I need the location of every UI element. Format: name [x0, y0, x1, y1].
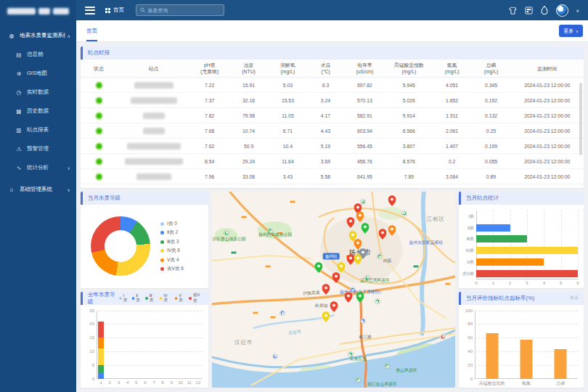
station-name-cell: [117, 139, 190, 154]
value-cell: 1.911: [433, 108, 472, 123]
main-area: 首页 ∨ 首页 更多 ∨: [76, 0, 588, 392]
table-row[interactable]: 7.2215.915.036.3597.825.9454.0510.345202…: [81, 78, 584, 93]
value-cell: 2024-01-23 12:00:00: [510, 93, 584, 108]
sidebar-item-label: 统计分析: [27, 164, 65, 171]
station-pin-green[interactable]: [362, 223, 369, 237]
legend-label: Ⅱ类: [136, 293, 142, 303]
y-tick-label: 5: [92, 363, 94, 367]
y-tick-label: 20: [89, 322, 94, 326]
sidebar-item-信息舱[interactable]: ▤信息舱: [0, 45, 76, 64]
road-badge: [269, 315, 276, 319]
stacked-bar-month-1: [98, 311, 104, 380]
station-pin-orange[interactable]: [388, 225, 396, 239]
legend-item[interactable]: 劣Ⅴ类 6: [160, 266, 184, 272]
legend-item[interactable]: Ⅰ类: [119, 293, 128, 304]
legend-item[interactable]: 劣Ⅴ类: [189, 293, 203, 304]
tab-home[interactable]: 首页: [86, 20, 97, 41]
value-cell: 0.055: [472, 154, 511, 169]
value-cell: 1.852: [433, 93, 472, 108]
y-category-label: 劣Ⅴ类: [462, 270, 474, 277]
history-icon: ▦: [15, 108, 23, 115]
legend-item[interactable]: Ⅳ类: [160, 293, 171, 304]
sidebar-group-1[interactable]: ⌂基础管理系统∨: [0, 180, 76, 199]
table-row[interactable]: 7.6250.910.45.19556.453.8071.4070.199202…: [81, 139, 584, 154]
sidebar-group-0[interactable]: ◍地表水质量监测系统∧: [0, 26, 76, 45]
table-row[interactable]: 8.5429.2411.643.69456.768.5760.20.055202…: [81, 154, 584, 169]
avatar-chevron-down-icon[interactable]: ∨: [576, 8, 579, 13]
table-row[interactable]: 7.9633.083.435.58641.957.893.0640.892024…: [81, 169, 584, 184]
legend-item[interactable]: Ⅳ类 6: [160, 248, 184, 254]
fullscreen-icon[interactable]: [525, 7, 533, 15]
legend-label: 劣Ⅴ类: [193, 293, 203, 304]
value-cell: 10.4: [269, 139, 308, 154]
value-cell: 7.89: [385, 169, 433, 184]
sidebar-item-历史数据[interactable]: ▦历史数据: [0, 102, 76, 121]
map-poi-marker: [224, 230, 229, 235]
station-pin-yellow[interactable]: [354, 254, 362, 268]
search-icon: [140, 7, 145, 13]
col-header-7: 高锰酸盐指数(mg/L): [385, 60, 433, 78]
sidebar-item-预警管理[interactable]: ⚠预警管理: [0, 139, 76, 158]
search-input[interactable]: [147, 8, 220, 13]
map-icon: ⊕: [15, 70, 23, 77]
station-pin-red[interactable]: [388, 195, 396, 209]
status-dot: [95, 112, 103, 120]
legend-item[interactable]: Ⅴ类: [175, 293, 186, 304]
value-cell: 7.37: [190, 93, 229, 108]
station-pin-green[interactable]: [356, 292, 364, 306]
user-avatar[interactable]: [556, 4, 568, 17]
value-cell: 1.407: [433, 139, 472, 154]
station-pin-red[interactable]: [330, 301, 338, 315]
topbar-actions: ∨: [509, 4, 588, 17]
logo-blur-block: [38, 8, 50, 15]
x-tick-label: 4: [543, 281, 545, 285]
station-map[interactable]: 扬州市江都区仪征市扬州站何园运河三湾风景区扬州大学(扬子津校区)沪陕高速扬州西郊…: [212, 192, 455, 388]
more-button[interactable]: 更多 ∨: [559, 25, 583, 37]
sidebar-item-站点报表[interactable]: ▥站点报表: [0, 121, 76, 139]
y-tick-label: 60: [467, 335, 473, 340]
sidebar-group-label: 地表水质量监测系统: [20, 32, 65, 39]
table-header: 状态站点pH值(无量纲)浊度(NTU)溶解氧(mg/L)水温(℃)电导率(uS/…: [81, 60, 584, 78]
hamburger-menu-icon[interactable]: [85, 4, 95, 16]
sidebar-item-GIS地图[interactable]: ⊕GIS地图: [0, 64, 76, 83]
monthly-station-stats-panel: 当月站点统计 0123456Ⅰ类Ⅱ类Ⅲ类Ⅳ类Ⅴ类劣Ⅴ类: [459, 192, 584, 288]
station-pin-red[interactable]: [344, 292, 352, 306]
menu-search[interactable]: [136, 4, 224, 16]
station-pin-red[interactable]: [322, 284, 330, 298]
table-scrollbar[interactable]: [579, 83, 582, 155]
grid-icon: [105, 8, 110, 13]
value-cell: 4.051: [433, 78, 472, 93]
topbar-home-link[interactable]: 首页: [105, 7, 124, 14]
table-row[interactable]: 7.8279.9811.054.17582.919.9141.9110.1322…: [81, 108, 584, 123]
station-report-table: 状态站点pH值(无量纲)浊度(NTU)溶解氧(mg/L)水温(℃)电导率(uS/…: [81, 60, 584, 184]
sidebar-item-统计分析[interactable]: ∿统计分析∨: [0, 158, 76, 177]
legend-item[interactable]: Ⅲ类: [145, 293, 156, 304]
station-pin-red[interactable]: [378, 229, 386, 242]
table-row[interactable]: 7.3732.1615.533.24570.135.0261.8520.1922…: [81, 93, 584, 108]
panel-more-link[interactable]: 更多: [570, 295, 579, 301]
station-name-cell: [117, 123, 190, 139]
theme-shirt-icon[interactable]: [509, 7, 517, 15]
station-pin-green[interactable]: [315, 262, 323, 276]
legend-item[interactable]: Ⅰ类 0: [160, 221, 184, 227]
legend-item[interactable]: Ⅲ类 3: [160, 239, 184, 245]
home-label: 首页: [113, 7, 124, 14]
value-cell: 0.2: [433, 154, 472, 169]
app-window: ◍地表水质量监测系统∧▤信息舱⊕GIS地图◷实时数据▦历史数据▥站点报表⚠预警管…: [0, 0, 588, 392]
sidebar-item-label: GIS地图: [27, 70, 70, 77]
station-pin-red[interactable]: [332, 272, 340, 286]
station-pin-yellow[interactable]: [322, 311, 330, 325]
table-row[interactable]: 7.6810.746.714.43603.946.5662.0610.25202…: [81, 123, 584, 139]
legend-item[interactable]: Ⅱ类: [132, 293, 142, 304]
sidebar-item-实时数据[interactable]: ◷实时数据: [0, 83, 76, 102]
station-pin-red[interactable]: [346, 217, 354, 231]
value-cell: 582.91: [344, 108, 385, 123]
station-name-cell: [117, 169, 190, 184]
y-tick-label: 80: [467, 322, 473, 326]
legend-item[interactable]: Ⅱ类 2: [160, 229, 184, 236]
col-header-3: 浊度(NTU): [229, 60, 269, 78]
legend-item[interactable]: Ⅴ类 4: [160, 257, 184, 264]
vbar-氨氮: [520, 340, 533, 379]
value-cell: 2024-01-23 12:00:00: [510, 123, 584, 139]
water-drop-icon[interactable]: [541, 6, 548, 15]
